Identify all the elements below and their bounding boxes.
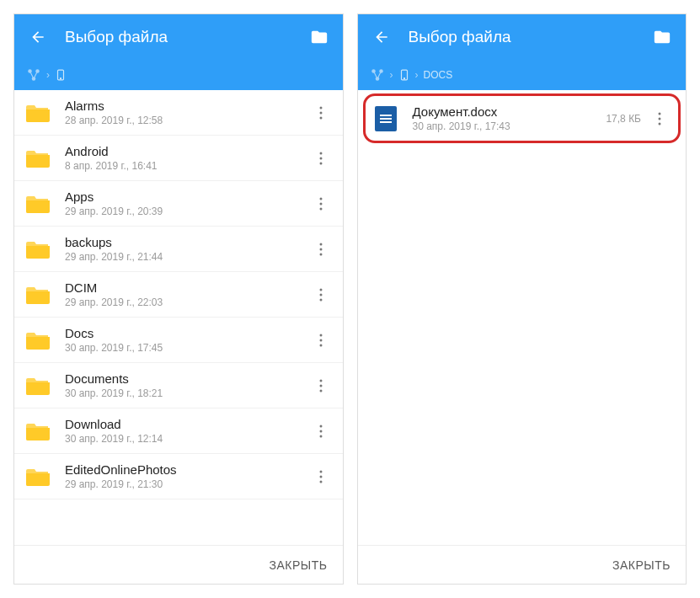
folder-icon [26, 376, 50, 395]
folder-name: Alarms [65, 99, 311, 113]
folder-icon [26, 240, 50, 259]
network-icon [370, 67, 385, 83]
folder-item[interactable]: Alarms28 апр. 2019 г., 12:58 [14, 90, 343, 136]
svg-point-6 [319, 111, 322, 114]
folder-icon [26, 331, 50, 350]
item-body: Documents30 апр. 2019 г., 18:21 [65, 371, 311, 399]
svg-point-14 [319, 243, 322, 245]
breadcrumb[interactable]: › › DOCS [358, 60, 687, 90]
svg-point-18 [319, 293, 322, 296]
svg-point-10 [319, 162, 322, 164]
svg-point-16 [319, 253, 322, 255]
folder-name: Android [65, 144, 311, 158]
more-button[interactable] [311, 374, 331, 398]
svg-point-24 [319, 384, 322, 387]
svg-point-17 [319, 288, 322, 291]
more-button[interactable] [311, 238, 331, 261]
svg-point-32 [371, 69, 376, 73]
svg-point-36 [403, 78, 404, 79]
svg-point-9 [319, 157, 322, 159]
folder-date: 30 апр. 2019 г., 18:21 [65, 387, 311, 399]
folder-item[interactable]: Android8 апр. 2019 г., 16:41 [14, 136, 343, 181]
folder-name: Docs [65, 326, 311, 340]
page-title: Выбор файла [65, 28, 306, 46]
item-body: Docs30 апр. 2019 г., 17:45 [65, 326, 311, 354]
svg-point-1 [35, 69, 40, 73]
svg-point-4 [60, 78, 61, 79]
folder-item[interactable]: EditedOnlinePhotos29 апр. 2019 г., 21:30 [14, 454, 343, 499]
chevron-right-icon: › [46, 69, 50, 81]
item-body: DCIM29 апр. 2019 г., 22:03 [65, 280, 311, 308]
file-size: 17,8 КБ [606, 113, 641, 125]
folder-item[interactable]: Apps29 апр. 2019 г., 20:39 [14, 181, 343, 227]
back-button[interactable] [368, 24, 395, 51]
highlighted-file: Документ.docx 30 апр. 2019 г., 17:43 17,… [363, 93, 681, 143]
svg-point-19 [319, 298, 322, 301]
chevron-right-icon: › [415, 69, 419, 81]
folder-name: EditedOnlinePhotos [65, 462, 311, 477]
header: Выбор файла [358, 14, 687, 60]
folder-item[interactable]: Documents30 апр. 2019 г., 18:21 [14, 363, 343, 408]
network-icon [26, 67, 41, 83]
file-name: Документ.docx [413, 104, 606, 119]
svg-point-25 [319, 389, 322, 392]
item-body: backups29 апр. 2019 г., 21:44 [65, 235, 311, 263]
item-body: Android8 апр. 2019 г., 16:41 [65, 144, 311, 172]
more-button[interactable] [311, 465, 331, 489]
svg-point-13 [319, 207, 322, 210]
svg-point-31 [319, 480, 322, 483]
svg-point-23 [319, 379, 322, 382]
svg-point-38 [659, 117, 661, 120]
file-item[interactable]: Документ.docx 30 апр. 2019 г., 17:43 17,… [372, 101, 672, 136]
svg-point-0 [28, 69, 32, 73]
more-button[interactable] [311, 283, 331, 307]
new-folder-icon[interactable] [306, 24, 333, 51]
svg-point-28 [319, 435, 322, 437]
folder-date: 29 апр. 2019 г., 21:30 [65, 478, 311, 490]
breadcrumb-item[interactable]: DOCS [424, 69, 453, 81]
folder-icon [26, 195, 50, 213]
svg-point-12 [319, 202, 322, 205]
header: Выбор файла [14, 14, 343, 60]
screen-left: Выбор файла › Alarms28 апр. 2019 г., 12:… [13, 13, 344, 585]
svg-point-29 [319, 470, 322, 473]
folder-item[interactable]: Docs30 апр. 2019 г., 17:45 [14, 318, 343, 363]
folder-icon [26, 286, 50, 304]
folder-item[interactable]: backups29 апр. 2019 г., 21:44 [14, 227, 343, 272]
more-button[interactable] [311, 147, 331, 170]
svg-point-15 [319, 248, 322, 250]
more-button[interactable] [649, 107, 670, 131]
folder-item[interactable]: Download30 апр. 2019 г., 12:14 [14, 408, 343, 454]
folder-date: 29 апр. 2019 г., 20:39 [65, 206, 311, 217]
folder-date: 28 апр. 2019 г., 12:58 [65, 115, 311, 126]
breadcrumb[interactable]: › [14, 60, 343, 90]
more-button[interactable] [311, 419, 331, 443]
svg-point-27 [319, 430, 322, 432]
more-button[interactable] [311, 101, 331, 125]
folder-icon [26, 149, 50, 168]
page-title: Выбор файла [409, 28, 649, 46]
svg-point-5 [319, 106, 322, 109]
svg-point-34 [375, 77, 379, 81]
svg-point-20 [319, 334, 322, 336]
new-folder-icon[interactable] [649, 24, 676, 51]
svg-point-11 [319, 197, 322, 200]
folder-date: 29 апр. 2019 г., 22:03 [65, 296, 311, 308]
more-button[interactable] [311, 192, 331, 216]
svg-point-30 [319, 475, 322, 478]
close-button[interactable]: ЗАКРЫТЬ [270, 558, 328, 572]
folder-name: backups [65, 235, 311, 249]
folder-date: 30 апр. 2019 г., 17:45 [65, 342, 311, 354]
phone-icon [398, 67, 410, 83]
back-button[interactable] [24, 24, 51, 51]
folder-name: Documents [65, 371, 311, 386]
footer: ЗАКРЫТЬ [14, 545, 343, 584]
folder-item[interactable]: DCIM29 апр. 2019 г., 22:03 [14, 272, 343, 318]
more-button[interactable] [311, 328, 331, 352]
svg-point-26 [319, 424, 322, 427]
folder-date: 29 апр. 2019 г., 21:44 [65, 251, 311, 263]
item-body: Download30 апр. 2019 г., 12:14 [65, 417, 311, 445]
svg-point-2 [32, 77, 36, 81]
footer: ЗАКРЫТЬ [358, 545, 687, 584]
close-button[interactable]: ЗАКРЫТЬ [612, 558, 671, 572]
